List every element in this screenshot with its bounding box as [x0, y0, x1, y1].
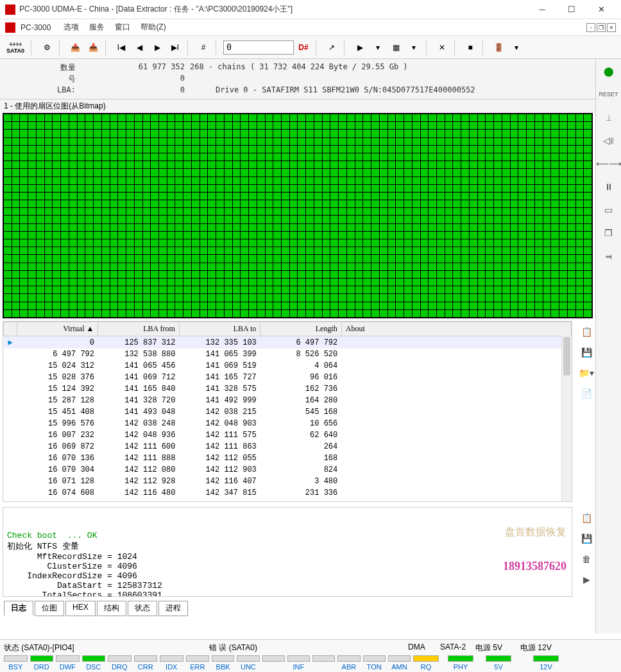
- last-icon[interactable]: ▶I: [167, 39, 183, 56]
- settings-icon[interactable]: ⚙: [38, 39, 55, 56]
- menu-options[interactable]: 选项: [60, 21, 83, 34]
- bitmap-cell: [53, 146, 60, 153]
- stop-icon[interactable]: ■: [462, 39, 479, 56]
- mdi-minimize-button[interactable]: -: [586, 23, 595, 32]
- grid-icon[interactable]: #: [195, 39, 212, 56]
- bitmap-cell: [486, 161, 493, 168]
- matrix-dropdown-icon[interactable]: ▾: [405, 39, 422, 56]
- reset-icon[interactable]: RESET: [600, 86, 618, 103]
- table-row[interactable]: 15 028 376141 069 712141 165 72796 016: [4, 372, 572, 383]
- bitmap-cell: [225, 232, 232, 239]
- mdi-restore-button[interactable]: ❐: [597, 23, 606, 32]
- bitmap-cell: [192, 286, 200, 293]
- table-row[interactable]: 15 451 408141 493 048142 038 215545 168: [4, 406, 572, 418]
- bitmap-cell: [371, 161, 379, 168]
- bitmap-cell: [584, 239, 591, 246]
- matrix-icon[interactable]: ▦: [387, 39, 404, 56]
- menu-help[interactable]: 帮助(Z): [137, 21, 169, 34]
- import-icon[interactable]: 📥: [85, 39, 101, 56]
- tab-1[interactable]: 位图: [35, 601, 64, 616]
- bitmap-cell: [559, 114, 567, 121]
- bitmap-cell: [159, 200, 167, 207]
- save-icon[interactable]: 💾: [577, 344, 595, 361]
- exit-icon[interactable]: 🚪: [490, 39, 507, 56]
- log-save-icon[interactable]: 💾: [577, 530, 595, 547]
- bitmap-cell: [355, 263, 363, 270]
- table-row[interactable]: 15 124 392141 165 840141 328 575162 736: [4, 383, 572, 395]
- bitmap-cell: [69, 146, 77, 153]
- bitmap-cell: [380, 224, 387, 231]
- bitmap-view[interactable]: [3, 113, 593, 318]
- bitmap-cell: [363, 177, 371, 184]
- first-icon[interactable]: I◀: [113, 39, 130, 56]
- sata-port-button[interactable]: SATA0: [4, 39, 27, 56]
- bitmap-cell: [61, 185, 69, 192]
- table-row[interactable]: 16 070 136142 111 888142 112 055168: [4, 452, 572, 464]
- folder-icon[interactable]: 📁▾: [577, 365, 595, 381]
- position-input[interactable]: [223, 40, 294, 55]
- minimize-button[interactable]: ─: [527, 1, 557, 19]
- tools-icon[interactable]: ✕: [434, 39, 450, 56]
- table-row[interactable]: 16 070 304142 112 080142 112 903824: [4, 464, 572, 476]
- tab-0[interactable]: 日志: [4, 601, 33, 616]
- bitmap-cell: [543, 294, 551, 301]
- tab-4[interactable]: 状态: [128, 601, 157, 616]
- table-row[interactable]: 16 007 232142 048 936142 111 57562 640: [4, 429, 572, 441]
- play-icon[interactable]: ▶: [352, 39, 368, 56]
- log-run-icon[interactable]: ▶: [577, 571, 595, 588]
- connector-icon[interactable]: ⫤: [600, 248, 618, 264]
- bitmap-cell: [330, 216, 338, 223]
- table-row[interactable]: 16 074 608142 116 480142 347 815231 336: [4, 487, 572, 499]
- exit-dropdown-icon[interactable]: ▾: [508, 39, 525, 56]
- table-row[interactable]: 16 069 872142 111 600142 111 863264: [4, 441, 572, 452]
- table-header[interactable]: Length: [260, 322, 341, 336]
- bitmap-cell: [69, 239, 77, 246]
- bitmap-cell: [183, 224, 191, 231]
- tab-2[interactable]: HEX: [65, 601, 96, 616]
- goto-button[interactable]: D#: [295, 39, 312, 56]
- bitmap-cell: [330, 247, 338, 254]
- bitmap-cell: [323, 279, 330, 286]
- log-copy-icon[interactable]: 📋: [577, 510, 595, 526]
- table-row[interactable]: 15 024 312141 065 456141 069 5194 064: [4, 360, 572, 372]
- bitmap-cell: [102, 146, 110, 153]
- bitmap-cell: [266, 279, 273, 286]
- log-clear-icon[interactable]: 🗑: [577, 551, 595, 567]
- table-header[interactable]: Virtual ▲: [17, 322, 98, 336]
- doc-icon[interactable]: 📄: [577, 385, 595, 402]
- bitmap-cell: [290, 208, 298, 215]
- play-dropdown-icon[interactable]: ▾: [370, 39, 386, 56]
- bitmap-cell: [470, 279, 477, 286]
- pause-icon[interactable]: ⏸: [600, 178, 618, 195]
- tab-3[interactable]: 结构: [97, 601, 126, 616]
- bitmap-cell: [208, 294, 216, 301]
- maximize-button[interactable]: ☐: [557, 1, 586, 19]
- menu-window[interactable]: 窗口: [111, 21, 134, 34]
- close-button[interactable]: ✕: [586, 1, 616, 19]
- tab-5[interactable]: 进程: [158, 601, 188, 616]
- table-row[interactable]: 6 497 792132 538 880141 065 3998 526 520: [4, 349, 572, 360]
- table-header[interactable]: LBA to: [179, 322, 260, 336]
- bitmap-cell: [330, 138, 338, 145]
- table-row[interactable]: 15 996 576142 038 248142 048 90310 656: [4, 418, 572, 429]
- export-icon[interactable]: 📤: [67, 39, 83, 56]
- table-header[interactable]: LBA from: [98, 322, 179, 336]
- disk-icon[interactable]: ⬤: [600, 63, 618, 80]
- table-scrollbar[interactable]: [561, 336, 572, 501]
- table-row[interactable]: 15 287 128141 328 720141 492 999164 280: [4, 395, 572, 406]
- audio-icon[interactable]: ◁⦀: [600, 132, 618, 149]
- chip-icon[interactable]: ▭: [600, 202, 618, 218]
- bitmap-cell: [69, 271, 77, 278]
- menu-service[interactable]: 服务: [85, 21, 108, 34]
- seek-icon[interactable]: ⟵⟶: [600, 155, 618, 172]
- jump-icon[interactable]: ↗: [323, 39, 340, 56]
- prev-icon[interactable]: ◀: [131, 39, 148, 56]
- layers-icon[interactable]: ❐: [600, 225, 618, 241]
- next-icon[interactable]: ▶: [149, 39, 166, 56]
- mdi-close-button[interactable]: ×: [607, 23, 616, 32]
- signal-icon[interactable]: ⟂: [600, 109, 618, 126]
- table-row[interactable]: ▶0125 837 312132 335 1036 497 792: [4, 336, 572, 349]
- table-row[interactable]: 16 071 128142 112 928142 116 4073 480: [4, 476, 572, 487]
- copy-icon[interactable]: 📋: [577, 323, 595, 340]
- table-header[interactable]: About: [341, 322, 571, 336]
